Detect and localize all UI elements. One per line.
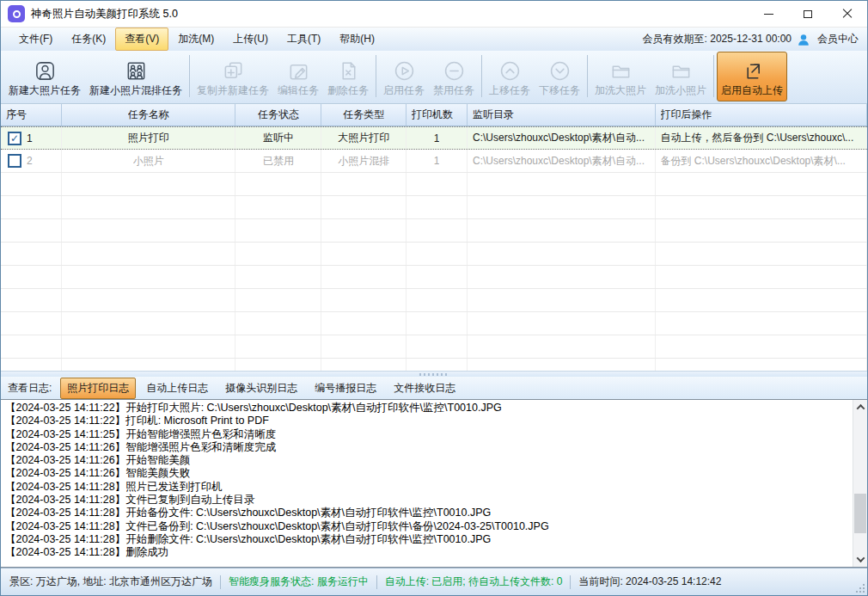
log-tab-3[interactable]: 摄像头识别日志 bbox=[218, 378, 304, 399]
disable-task-icon bbox=[443, 58, 466, 83]
table-cell bbox=[468, 335, 656, 358]
window-controls bbox=[749, 1, 867, 27]
column-header-1[interactable]: 序号 bbox=[1, 104, 62, 126]
log-line: 【2024-03-25 14:11:28】照片已发送到打印机 bbox=[5, 481, 852, 494]
row-index: 1 bbox=[27, 132, 33, 144]
table-cell bbox=[406, 243, 468, 265]
toolbar-button-enable-auto-upload[interactable]: 启用自动上传 bbox=[717, 52, 787, 101]
toolbar-separator bbox=[481, 55, 482, 97]
cell-text: 1 bbox=[434, 155, 440, 167]
column-header-label: 打印机数 bbox=[412, 108, 453, 122]
log-tab-2[interactable]: 自动上传日志 bbox=[139, 378, 215, 399]
enable-auto-upload-icon bbox=[741, 58, 764, 83]
row-checkbox-checked[interactable]: ✓ bbox=[8, 132, 21, 145]
log-tab-bar: 查看日志: 照片打印日志自动上传日志摄像头识别日志编号播报日志文件接收日志 bbox=[1, 377, 867, 399]
table-cell bbox=[468, 219, 656, 242]
table-row-2[interactable]: 2小照片已禁用小照片混排1C:\Users\zhouxc\Desktop\素材\… bbox=[1, 150, 867, 173]
row-checkbox-unchecked[interactable] bbox=[8, 154, 21, 168]
table-row-1[interactable]: ✓1照片打印监听中大照片打印1C:\Users\zhouxc\Desktop\素… bbox=[1, 126, 867, 150]
cell-text: 小照片 bbox=[133, 154, 164, 169]
scroll-up-icon[interactable] bbox=[853, 400, 867, 415]
maximize-button[interactable] bbox=[788, 1, 828, 27]
table-cell bbox=[235, 289, 321, 311]
table-cell bbox=[321, 219, 406, 242]
log-line: 【2024-03-25 14:11:26】智能增强照片色彩和清晰度完成 bbox=[5, 441, 852, 454]
close-button[interactable] bbox=[828, 1, 867, 27]
member-expiry-label: 会员有效期至: 2025-12-31 00:00 bbox=[643, 32, 792, 46]
splitter-handle[interactable] bbox=[1, 371, 867, 377]
reprint-large-photo-icon bbox=[609, 58, 633, 83]
title-bar: 神奇照片自动美颜打印系统 5.0 bbox=[1, 1, 867, 27]
menu-item-4[interactable]: 加洗(M) bbox=[168, 28, 223, 51]
column-header-7[interactable]: 打印后操作 bbox=[656, 104, 867, 126]
log-tab-1[interactable]: 照片打印日志 bbox=[60, 378, 136, 399]
log-tab-4[interactable]: 编号播报日志 bbox=[308, 378, 383, 399]
log-tab-5[interactable]: 文件接收日志 bbox=[387, 378, 462, 399]
table-cell bbox=[321, 243, 406, 265]
table-cell bbox=[1, 289, 62, 311]
member-center-link[interactable]: 会员中心 bbox=[817, 32, 859, 46]
toolbar-button-label: 下移任务 bbox=[539, 83, 580, 98]
menu-item-6[interactable]: 工具(T) bbox=[278, 28, 330, 51]
column-header-3[interactable]: 任务状态 bbox=[235, 104, 321, 126]
scrollbar-thumb[interactable] bbox=[854, 494, 866, 534]
cell-text: 自动上传，然后备份到 C:\Users\zhouxc\... bbox=[661, 131, 854, 145]
new-small-photo-mix-task-icon bbox=[125, 58, 148, 83]
close-icon bbox=[842, 9, 853, 19]
menu-items: 文件(F)任务(K)查看(V)加洗(M)上传(U)工具(T)帮助(H) bbox=[9, 28, 384, 51]
table-cell bbox=[321, 335, 406, 358]
toolbar-separator bbox=[376, 55, 376, 97]
cell-text: C:\Users\zhouxc\Desktop\素材\自动... bbox=[473, 131, 645, 145]
menu-item-2[interactable]: 任务(K) bbox=[62, 28, 115, 51]
cell-text: 大照片打印 bbox=[338, 131, 389, 145]
maximize-icon bbox=[804, 10, 812, 18]
column-header-6[interactable]: 监听目录 bbox=[468, 104, 656, 126]
table-cell: 已禁用 bbox=[235, 150, 321, 172]
toolbar-separator bbox=[713, 55, 714, 97]
table-row-empty bbox=[1, 243, 867, 266]
column-header-5[interactable]: 打印机数 bbox=[406, 104, 468, 126]
table-cell: 大照片打印 bbox=[321, 127, 406, 149]
table-cell bbox=[656, 243, 867, 265]
menu-item-3[interactable]: 查看(V) bbox=[115, 28, 168, 51]
toolbar-button-new-small-photo-mix-task[interactable]: 新建小照片混排任务 bbox=[85, 52, 186, 101]
status-separator bbox=[376, 575, 377, 589]
toolbar-button-label: 新建小照片混排任务 bbox=[89, 83, 182, 98]
status-segment-1: 景区: 万达广场, 地址: 北京市通州区万达广场 bbox=[9, 574, 212, 589]
table-cell bbox=[656, 289, 867, 311]
table-row-empty bbox=[1, 196, 867, 219]
toolbar-button-label: 编辑任务 bbox=[278, 83, 319, 98]
table-row-empty bbox=[1, 173, 867, 196]
log-line: 【2024-03-25 14:11:28】文件已备份到: C:\Users\zh… bbox=[5, 520, 852, 533]
cell-text: 照片打印 bbox=[128, 131, 169, 145]
toolbar-button-reprint-large-photo: 加洗大照片 bbox=[590, 52, 651, 101]
column-header-label: 任务状态 bbox=[258, 108, 299, 122]
column-header-2[interactable]: 任务名称 bbox=[62, 104, 236, 126]
table-cell bbox=[62, 289, 236, 311]
minimize-button[interactable] bbox=[749, 1, 788, 27]
toolbar-button-new-large-photo-task[interactable]: 新建大照片任务 bbox=[4, 52, 85, 101]
scroll-down-icon[interactable] bbox=[853, 552, 867, 567]
column-header-label: 任务类型 bbox=[343, 108, 384, 122]
menu-item-1[interactable]: 文件(F) bbox=[9, 28, 62, 51]
table-cell bbox=[1, 266, 62, 288]
copy-new-task-icon bbox=[222, 58, 245, 83]
new-large-photo-task-icon bbox=[34, 58, 57, 83]
menu-item-7[interactable]: 帮助(H) bbox=[330, 28, 384, 51]
table-cell: 备份到 C:\Users\zhouxc\Desktop\素材\... bbox=[656, 150, 867, 172]
menu-item-5[interactable]: 上传(U) bbox=[223, 28, 278, 51]
table-cell bbox=[406, 266, 468, 288]
move-down-task-icon bbox=[548, 58, 572, 83]
app-logo-icon bbox=[8, 5, 25, 22]
status-segment-2: 智能瘦身服务状态: 服务运行中 bbox=[229, 574, 369, 589]
table-cell bbox=[321, 266, 406, 288]
log-scrollbar[interactable] bbox=[853, 400, 867, 567]
column-header-4[interactable]: 任务类型 bbox=[321, 104, 406, 126]
log-line: 【2024-03-25 14:11:28】开始备份文件: C:\Users\zh… bbox=[5, 507, 852, 519]
table-cell bbox=[656, 312, 867, 335]
table-cell: 小照片混排 bbox=[321, 150, 406, 172]
table-cell: C:\Users\zhouxc\Desktop\素材\自动... bbox=[468, 127, 656, 149]
status-segment-3: 自动上传: 已启用; 待自动上传文件数: 0 bbox=[385, 574, 563, 589]
table-cell: 照片打印 bbox=[62, 127, 236, 149]
resize-grip[interactable] bbox=[855, 583, 865, 593]
